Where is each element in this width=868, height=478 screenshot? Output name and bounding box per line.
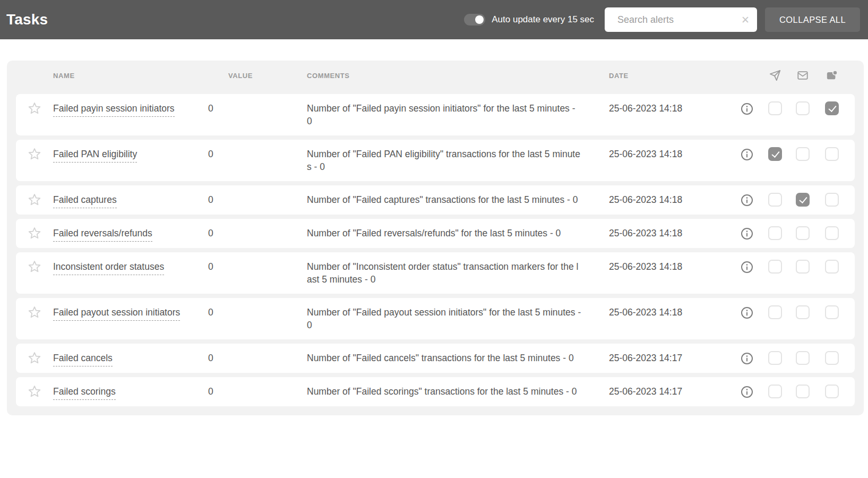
name-column-header: NAME: [53, 72, 208, 80]
collapse-all-button[interactable]: COLLAPSE ALL: [765, 7, 860, 32]
telegram-checkbox[interactable]: [768, 260, 782, 274]
table-row: Failed PAN eligibility 0 Number of "Fail…: [16, 140, 855, 181]
info-icon[interactable]: [741, 148, 753, 161]
telegram-checkbox[interactable]: [768, 226, 782, 240]
task-comment: Number of "Failed reversals/refunds" for…: [307, 227, 583, 240]
value-column-header: VALUE: [208, 72, 307, 80]
info-icon[interactable]: [741, 386, 753, 398]
email-icon: [796, 69, 810, 82]
contact-checkbox[interactable]: [825, 385, 839, 398]
task-comment: Number of "Failed payin session initiato…: [307, 102, 583, 127]
favorite-cell: [16, 385, 53, 398]
task-comment-cell: Number of "Failed reversals/refunds" for…: [307, 227, 609, 240]
task-comment-cell: Number of "Failed payout session initiat…: [307, 306, 609, 331]
task-name-cell: Failed PAN eligibility: [53, 148, 208, 160]
telegram-checkbox[interactable]: [768, 147, 782, 161]
task-date: 25-06-2023 14:18: [609, 193, 704, 206]
task-value: 0: [208, 352, 307, 364]
table-row: Failed cancels 0 Number of "Failed cance…: [16, 344, 855, 373]
task-comment-cell: Number of "Failed cancels" transactions …: [307, 352, 609, 364]
task-comment: Number of "Failed captures" transactions…: [307, 193, 583, 206]
telegram-checkbox[interactable]: [768, 351, 782, 365]
main-content: NAME VALUE COMMENTS DATE: [0, 39, 868, 415]
favorite-star-icon[interactable]: [28, 305, 41, 319]
task-name-link[interactable]: Failed payout session initiators: [53, 307, 180, 321]
email-checkbox[interactable]: [796, 351, 810, 365]
contact-checkbox[interactable]: [825, 260, 839, 274]
task-comment: Number of "Inconsistent order status" tr…: [307, 260, 583, 286]
info-icon[interactable]: [741, 103, 753, 115]
task-value: 0: [208, 193, 307, 206]
contact-checkbox[interactable]: [825, 351, 839, 365]
task-comment: Number of "Failed cancels" transactions …: [307, 352, 583, 364]
task-name-link[interactable]: Failed PAN eligibility: [53, 149, 137, 163]
favorite-cell: [16, 227, 53, 240]
favorite-star-icon[interactable]: [28, 101, 41, 115]
email-checkbox[interactable]: [796, 385, 810, 398]
task-comment: Number of "Failed payout session initiat…: [307, 306, 583, 331]
contact-checkbox[interactable]: [825, 147, 839, 161]
telegram-checkbox[interactable]: [768, 101, 782, 115]
email-checkbox[interactable]: [796, 193, 810, 207]
favorite-cell: [16, 306, 53, 319]
row-actions: [704, 148, 839, 161]
email-checkbox[interactable]: [796, 260, 810, 274]
task-comment-cell: Number of "Failed payin session initiato…: [307, 102, 609, 127]
topbar: Tasks Auto update every 15 sec ✕ COLLAPS…: [0, 0, 868, 39]
task-name-link[interactable]: Failed payin session initiators: [53, 103, 175, 117]
contact-badge-icon: [825, 69, 839, 82]
task-date: 25-06-2023 14:17: [609, 352, 704, 364]
task-name-cell: Failed cancels: [53, 352, 208, 364]
info-icon[interactable]: [741, 306, 753, 319]
task-value: 0: [208, 260, 307, 273]
task-name-link[interactable]: Failed captures: [53, 194, 117, 208]
info-icon[interactable]: [741, 227, 753, 240]
email-checkbox[interactable]: [796, 101, 810, 115]
table-row: Failed payout session initiators 0 Numbe…: [16, 298, 855, 339]
toggle-knob-icon: [475, 15, 484, 24]
table-row: Inconsistent order statuses 0 Number of …: [16, 252, 855, 294]
favorite-star-icon[interactable]: [28, 260, 41, 274]
row-actions: [704, 306, 839, 319]
info-icon[interactable]: [741, 261, 753, 274]
task-name-link[interactable]: Failed scorings: [53, 386, 116, 400]
email-checkbox[interactable]: [796, 147, 810, 161]
contact-checkbox[interactable]: [825, 193, 839, 207]
task-date: 25-06-2023 14:18: [609, 260, 704, 273]
telegram-checkbox[interactable]: [768, 305, 782, 319]
search-box: ✕: [605, 7, 757, 32]
task-comment: Number of "Failed PAN eligibility" trans…: [307, 148, 583, 173]
search-input[interactable]: [605, 7, 757, 32]
telegram-checkbox[interactable]: [768, 385, 782, 398]
task-name-link[interactable]: Failed cancels: [53, 353, 113, 366]
telegram-checkbox[interactable]: [768, 193, 782, 207]
row-actions: [704, 352, 839, 365]
task-comment-cell: Number of "Failed PAN eligibility" trans…: [307, 148, 609, 173]
contact-checkbox[interactable]: [825, 305, 839, 319]
task-date: 25-06-2023 14:18: [609, 306, 704, 319]
task-date: 25-06-2023 14:18: [609, 227, 704, 240]
info-icon[interactable]: [741, 194, 753, 207]
row-actions: [704, 260, 839, 274]
auto-update-toggle[interactable]: [464, 14, 485, 25]
info-icon[interactable]: [741, 352, 753, 365]
page-title: Tasks: [6, 11, 48, 28]
favorite-star-icon[interactable]: [28, 193, 41, 207]
favorite-star-icon[interactable]: [28, 226, 41, 240]
table-rows: Failed payin session initiators 0 Number…: [7, 94, 864, 406]
email-checkbox[interactable]: [796, 226, 810, 240]
contact-checkbox[interactable]: [825, 101, 839, 115]
task-name-link[interactable]: Inconsistent order statuses: [53, 261, 164, 275]
favorite-star-icon[interactable]: [28, 385, 41, 398]
table-row: Failed payin session initiators 0 Number…: [16, 94, 855, 135]
email-checkbox[interactable]: [796, 305, 810, 319]
task-value: 0: [208, 102, 307, 115]
favorite-star-icon[interactable]: [28, 147, 41, 161]
task-value: 0: [208, 306, 307, 319]
task-name-link[interactable]: Failed reversals/refunds: [53, 228, 152, 242]
clear-search-icon[interactable]: ✕: [741, 15, 750, 25]
contact-checkbox[interactable]: [825, 226, 839, 240]
row-actions: [704, 385, 839, 398]
favorite-star-icon[interactable]: [28, 351, 41, 365]
task-date: 25-06-2023 14:17: [609, 385, 704, 398]
